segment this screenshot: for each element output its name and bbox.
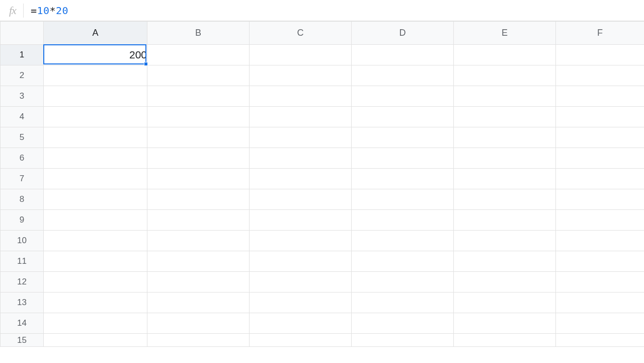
cell-B10[interactable] <box>147 231 250 251</box>
cell-F8[interactable] <box>556 189 645 210</box>
row-header-10[interactable]: 10 <box>1 231 44 251</box>
cell-A8[interactable] <box>44 189 147 210</box>
cell-F5[interactable] <box>556 127 645 148</box>
col-header-C[interactable]: C <box>250 22 352 45</box>
cell-A11[interactable] <box>44 251 147 272</box>
cell-F4[interactable] <box>556 107 645 127</box>
cell-E9[interactable] <box>454 210 556 231</box>
cell-B3[interactable] <box>147 86 250 107</box>
row-header-1[interactable]: 1 <box>1 45 44 65</box>
cell-C7[interactable] <box>250 169 352 189</box>
cell-D5[interactable] <box>352 127 454 148</box>
cell-E15[interactable] <box>454 334 556 347</box>
cell-B4[interactable] <box>147 107 250 127</box>
cell-C6[interactable] <box>250 148 352 169</box>
row-header-2[interactable]: 2 <box>1 65 44 86</box>
cell-E8[interactable] <box>454 189 556 210</box>
cell-E2[interactable] <box>454 65 556 86</box>
cell-E13[interactable] <box>454 293 556 313</box>
cell-A14[interactable] <box>44 313 147 334</box>
cell-A15[interactable] <box>44 334 147 347</box>
cell-E1[interactable] <box>454 45 556 65</box>
cell-C11[interactable] <box>250 251 352 272</box>
row-header-7[interactable]: 7 <box>1 169 44 189</box>
cell-B2[interactable] <box>147 65 250 86</box>
col-header-F[interactable]: F <box>556 22 645 45</box>
row-header-4[interactable]: 4 <box>1 107 44 127</box>
cell-B11[interactable] <box>147 251 250 272</box>
cell-F7[interactable] <box>556 169 645 189</box>
row-header-14[interactable]: 14 <box>1 313 44 334</box>
cell-B6[interactable] <box>147 148 250 169</box>
cell-C3[interactable] <box>250 86 352 107</box>
cell-C8[interactable] <box>250 189 352 210</box>
col-header-E[interactable]: E <box>454 22 556 45</box>
cell-D3[interactable] <box>352 86 454 107</box>
spreadsheet-grid[interactable]: A B C D E F 120023456789101112131415 <box>0 21 644 347</box>
row-header-13[interactable]: 13 <box>1 293 44 313</box>
col-header-A[interactable]: A <box>44 22 147 45</box>
cell-F12[interactable] <box>556 272 645 293</box>
cell-C1[interactable] <box>250 45 352 65</box>
row-header-12[interactable]: 12 <box>1 272 44 293</box>
cell-A3[interactable] <box>44 86 147 107</box>
cell-B12[interactable] <box>147 272 250 293</box>
cell-C10[interactable] <box>250 231 352 251</box>
cell-E11[interactable] <box>454 251 556 272</box>
cell-C9[interactable] <box>250 210 352 231</box>
cell-D13[interactable] <box>352 293 454 313</box>
cell-E3[interactable] <box>454 86 556 107</box>
row-header-8[interactable]: 8 <box>1 189 44 210</box>
cell-A7[interactable] <box>44 169 147 189</box>
cell-D7[interactable] <box>352 169 454 189</box>
cell-D12[interactable] <box>352 272 454 293</box>
cell-A1[interactable]: 200 <box>44 45 147 65</box>
cell-F10[interactable] <box>556 231 645 251</box>
cell-A13[interactable] <box>44 293 147 313</box>
cell-D1[interactable] <box>352 45 454 65</box>
cell-B8[interactable] <box>147 189 250 210</box>
cell-C15[interactable] <box>250 334 352 347</box>
cell-F6[interactable] <box>556 148 645 169</box>
cell-E12[interactable] <box>454 272 556 293</box>
cell-A5[interactable] <box>44 127 147 148</box>
cell-B15[interactable] <box>147 334 250 347</box>
cell-A4[interactable] <box>44 107 147 127</box>
cell-E4[interactable] <box>454 107 556 127</box>
cell-D9[interactable] <box>352 210 454 231</box>
cell-E10[interactable] <box>454 231 556 251</box>
row-header-9[interactable]: 9 <box>1 210 44 231</box>
cell-D11[interactable] <box>352 251 454 272</box>
cell-F1[interactable] <box>556 45 645 65</box>
cell-B5[interactable] <box>147 127 250 148</box>
cell-F13[interactable] <box>556 293 645 313</box>
cell-C5[interactable] <box>250 127 352 148</box>
cell-A6[interactable] <box>44 148 147 169</box>
cell-C14[interactable] <box>250 313 352 334</box>
row-header-3[interactable]: 3 <box>1 86 44 107</box>
cell-F3[interactable] <box>556 86 645 107</box>
cell-E7[interactable] <box>454 169 556 189</box>
row-header-5[interactable]: 5 <box>1 127 44 148</box>
cell-D14[interactable] <box>352 313 454 334</box>
col-header-D[interactable]: D <box>352 22 454 45</box>
cell-A2[interactable] <box>44 65 147 86</box>
cell-E5[interactable] <box>454 127 556 148</box>
cell-D15[interactable] <box>352 334 454 347</box>
cell-E14[interactable] <box>454 313 556 334</box>
cell-B7[interactable] <box>147 169 250 189</box>
cell-B1[interactable] <box>147 45 250 65</box>
cell-A10[interactable] <box>44 231 147 251</box>
cell-F9[interactable] <box>556 210 645 231</box>
cell-B9[interactable] <box>147 210 250 231</box>
cell-F14[interactable] <box>556 313 645 334</box>
cell-D2[interactable] <box>352 65 454 86</box>
cell-A12[interactable] <box>44 272 147 293</box>
cell-D4[interactable] <box>352 107 454 127</box>
cell-D8[interactable] <box>352 189 454 210</box>
cell-C2[interactable] <box>250 65 352 86</box>
row-header-15[interactable]: 15 <box>1 334 44 347</box>
select-all-corner[interactable] <box>1 22 44 45</box>
cell-B14[interactable] <box>147 313 250 334</box>
cell-F15[interactable] <box>556 334 645 347</box>
